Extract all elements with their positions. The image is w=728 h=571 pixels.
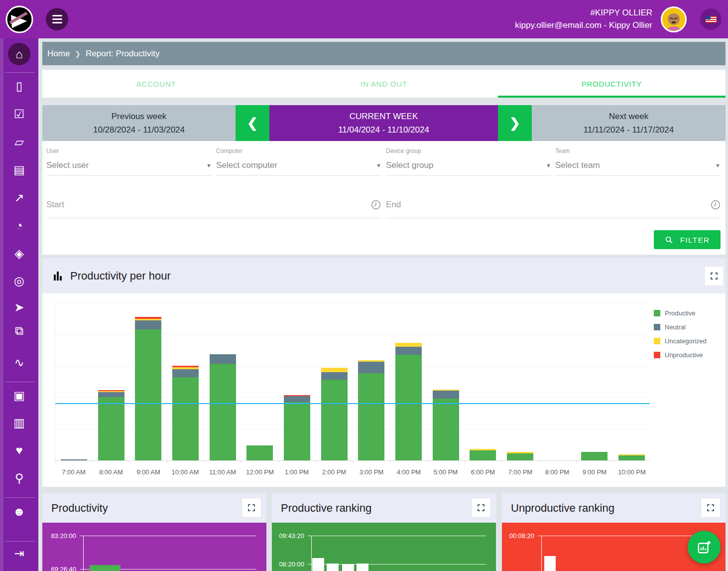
legend-item-unproductive[interactable]: Unproductive (654, 348, 707, 362)
usb-icon: ∿ (14, 356, 24, 370)
sidebar-item-health[interactable]: ♥ (8, 439, 30, 461)
mini-bar[interactable] (357, 564, 368, 571)
bar-segment-uncategorized[interactable] (135, 319, 161, 320)
bar-segment-neutral[interactable] (321, 372, 348, 380)
sidebar-item-fingerprint[interactable]: ◎ (8, 270, 30, 292)
bar-segment-neutral[interactable] (135, 320, 161, 329)
language-button[interactable] (700, 8, 722, 30)
bar-segment-neutral[interactable] (433, 391, 459, 399)
sidebar-item-remote-desktop[interactable]: ⧉ (8, 319, 30, 342)
stacked-bar-chart: 7:00 AM8:00 AM9:00 AM10:00 AM11:00 AM12:… (55, 302, 650, 461)
expand-button[interactable] (242, 498, 261, 518)
sidebar-item-usb[interactable]: ∿ (8, 351, 30, 374)
bar-segment-productive[interactable] (246, 445, 273, 460)
bar-segment-unproductive[interactable] (135, 317, 161, 319)
user-select[interactable]: User Select user▼ (46, 147, 212, 176)
bar-segment-productive[interactable] (172, 377, 199, 460)
mini-bar[interactable] (312, 558, 324, 571)
computer-select[interactable]: Computer Select computer▼ (216, 147, 381, 176)
tab-in-and-out[interactable]: IN AND OUT (270, 70, 497, 98)
bar-segment-productive[interactable] (284, 402, 310, 460)
bar-segment-productive[interactable] (581, 452, 607, 460)
bar-segment-productive[interactable] (210, 364, 236, 460)
current-week-button[interactable]: CURRENT WEEK 11/04/2024 - 11/10/2024 (269, 105, 498, 141)
chevron-right-button[interactable]: ❯ (498, 105, 532, 141)
bar-segment-productive[interactable] (507, 453, 533, 460)
bar-segment-neutral[interactable] (210, 354, 236, 364)
mini-gridline (541, 536, 716, 536)
bar-segment-productive[interactable] (470, 450, 496, 460)
mini-card-title: Productive ranking (281, 502, 371, 515)
bar-segment-productive[interactable] (135, 329, 161, 460)
bar-segment-uncategorized[interactable] (395, 343, 422, 347)
expand-button[interactable] (471, 498, 491, 518)
bar-segment-productive[interactable] (395, 355, 422, 460)
axis-tick (93, 461, 93, 463)
sidebar-item-audit-search[interactable]: ⚲ (8, 467, 30, 489)
legend-item-productive[interactable]: Productive (654, 306, 707, 320)
sidebar-item-tasks[interactable]: ☑ (8, 103, 30, 125)
bar-segment-productive[interactable] (358, 373, 384, 460)
bar-segment-uncategorized[interactable] (358, 360, 384, 362)
sidebar-item-dashboard[interactable]: ◔ (8, 214, 30, 237)
bar-segment-neutral[interactable] (395, 347, 422, 355)
next-week-button[interactable]: Next week 11/11/2024 - 11/17/2024 (532, 105, 726, 141)
breadcrumb-home-link[interactable]: Home (47, 49, 70, 59)
bar-segment-unproductive[interactable] (98, 390, 124, 391)
bar-segment-uncategorized[interactable] (172, 367, 199, 369)
bar-segment-productive[interactable] (321, 380, 348, 460)
bar-segment-neutral[interactable] (284, 396, 310, 402)
legend-item-uncategorized[interactable]: Uncategorized (654, 334, 707, 348)
sidebar-item-home[interactable]: ⌂ (8, 43, 30, 65)
mini-bar[interactable] (90, 565, 121, 571)
bar-segment-productive[interactable] (618, 455, 645, 460)
chart-plus-icon (697, 540, 712, 555)
bar-segment-neutral[interactable] (172, 369, 199, 377)
mini-bar[interactable] (342, 564, 354, 571)
bar-segment-neutral[interactable] (61, 459, 87, 460)
bar-segment-uncategorized[interactable] (321, 368, 348, 372)
bar-segment-uncategorized[interactable] (98, 391, 124, 392)
bar-segment-uncategorized[interactable] (470, 449, 496, 450)
bar-segment-uncategorized[interactable] (433, 390, 459, 391)
sidebar-item-id-card[interactable]: ▣ (8, 384, 30, 407)
expand-button[interactable] (701, 498, 721, 518)
bar-segment-uncategorized[interactable] (507, 452, 533, 453)
bar-segment-productive[interactable] (98, 397, 124, 460)
filter-button[interactable]: FILTER (654, 230, 721, 249)
bar-segment-unproductive[interactable] (284, 395, 310, 396)
sidebar-item-people[interactable]: ☻ (8, 500, 30, 523)
bar-segment-neutral[interactable] (358, 362, 384, 373)
chevron-left-button[interactable]: ❮ (236, 105, 269, 141)
user-info[interactable]: #KIPPY OLLIER kippy.ollier@email.com - K… (515, 6, 652, 31)
team-select[interactable]: Team Select team▼ (555, 147, 721, 176)
bar-segment-neutral[interactable] (98, 392, 124, 397)
add-report-fab[interactable] (688, 531, 721, 564)
start-datetime-input[interactable]: Start (46, 194, 381, 218)
mini-bar[interactable] (544, 556, 556, 571)
avatar[interactable] (661, 6, 687, 32)
sidebar-item-security[interactable]: ◈ (8, 242, 30, 265)
mini-bar[interactable] (327, 564, 339, 571)
tab-account[interactable]: ACCOUNT (42, 70, 270, 98)
legend-item-neutral[interactable]: Neutral (654, 320, 707, 334)
end-datetime-input[interactable]: End (386, 194, 721, 218)
bar-segment-unproductive[interactable] (172, 366, 199, 367)
sidebar-item-reports[interactable]: ▤ (8, 158, 30, 181)
axis-tick (316, 461, 316, 463)
sidebar-item-logout[interactable]: ⇥ (8, 542, 30, 565)
sidebar-item-devices[interactable]: ▯ (8, 75, 30, 97)
bar-segment-productive[interactable] (433, 399, 459, 460)
sidebar-item-send[interactable]: ➤ (8, 296, 30, 318)
sidebar-item-clipboard[interactable]: ▥ (8, 412, 30, 434)
week-navigation: Previous week 10/28/2024 - 11/03/2024 ❮ … (42, 105, 726, 141)
sidebar-item-charts[interactable]: ↗ (8, 186, 30, 209)
tab-productivity[interactable]: PRODUCTIVITY (498, 70, 726, 98)
bar-segment-uncategorized[interactable] (618, 454, 645, 455)
sidebar-item-map[interactable]: ▱ (8, 131, 30, 153)
app-logo[interactable] (0, 0, 38, 38)
device-group-select[interactable]: Device group Select group▼ (386, 147, 551, 176)
menu-button[interactable] (46, 8, 68, 30)
previous-week-button[interactable]: Previous week 10/28/2024 - 11/03/2024 (42, 105, 236, 141)
expand-button[interactable] (704, 266, 724, 286)
